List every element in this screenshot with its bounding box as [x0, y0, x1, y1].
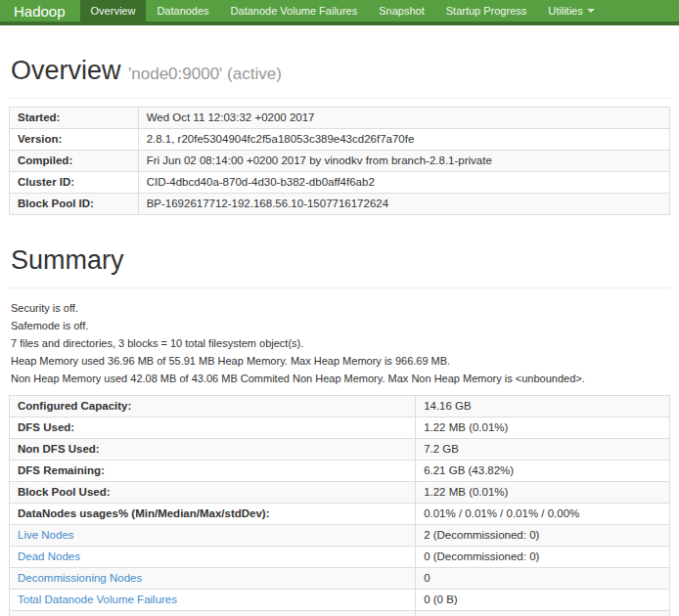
summary-value-decommissioning-nodes: 0	[416, 568, 670, 590]
info-label-version: Version:	[10, 129, 139, 151]
summary-value-block-pool-used: 1.22 MB (0.01%)	[416, 482, 670, 504]
summary-value-live-nodes: 2 (Decommissioned: 0)	[416, 525, 670, 547]
top-navbar: Hadoop Overview Datanodes Datanode Volum…	[0, 0, 679, 25]
live-nodes-link[interactable]: Live Nodes	[18, 529, 74, 541]
info-value-compiled: Fri Jun 02 08:14:00 +0200 2017 by vinodk…	[138, 151, 669, 172]
table-row: Live Nodes 2 (Decommissioned: 0)	[10, 525, 670, 547]
table-row: Decommissioning Nodes 0	[10, 568, 670, 590]
table-row: DFS Remaining: 6.21 GB (43.82%)	[10, 461, 670, 482]
summary-label-dfs-used: DFS Used:	[10, 418, 416, 439]
info-label-block-pool-id: Block Pool ID:	[10, 194, 139, 215]
caret-down-icon	[587, 9, 595, 13]
summary-label-configured-capacity: Configured Capacity:	[10, 396, 416, 418]
tab-startup-progress[interactable]: Startup Progress	[435, 0, 538, 22]
table-row: Number of Under-Replicated Blocks 0	[10, 611, 670, 616]
summary-status-lines: Security is off. Safemode is off. 7 file…	[11, 302, 670, 385]
non-heap-memory-status: Non Heap Memory used 42.08 MB of 43.06 M…	[11, 373, 670, 385]
summary-table: Configured Capacity: 14.16 GB DFS Used: …	[9, 395, 670, 616]
summary-value-dfs-used: 1.22 MB (0.01%)	[416, 418, 670, 439]
navbar-brand[interactable]: Hadoop	[0, 0, 80, 22]
info-label-compiled: Compiled:	[10, 151, 139, 172]
summary-value-datanode-usages: 0.01% / 0.01% / 0.01% / 0.00%	[416, 504, 670, 525]
summary-label-under-replicated-blocks: Number of Under-Replicated Blocks	[10, 611, 416, 616]
table-row: Dead Nodes 0 (Decommissioned: 0)	[10, 547, 670, 568]
info-label-started: Started:	[10, 108, 139, 129]
overview-title: Overview	[11, 56, 121, 85]
namenode-address: 'node0:9000' (active)	[128, 65, 282, 83]
page-content: Overview 'node0:9000' (active) Started: …	[0, 56, 679, 616]
summary-value-dead-nodes: 0 (Decommissioned: 0)	[416, 547, 670, 568]
table-row: Cluster ID: CID-4dbcd40a-870d-4d30-b382-…	[10, 172, 670, 194]
tab-utilities-label: Utilities	[548, 5, 582, 17]
table-row: Version: 2.8.1, r20fe5304904fc2f5a18053c…	[10, 129, 670, 151]
summary-label-non-dfs-used: Non DFS Used:	[10, 439, 416, 461]
table-row: Block Pool Used: 1.22 MB (0.01%)	[10, 482, 670, 504]
heap-memory-status: Heap Memory used 36.96 MB of 55.91 MB He…	[11, 355, 670, 368]
table-row: Non DFS Used: 7.2 GB	[10, 439, 670, 461]
safemode-status: Safemode is off.	[11, 320, 670, 332]
tab-datanode-volume-failures[interactable]: Datanode Volume Failures	[220, 0, 369, 22]
summary-label-block-pool-used: Block Pool Used:	[10, 482, 416, 504]
summary-heading: Summary	[11, 245, 670, 276]
table-row: Started: Wed Oct 11 12:03:32 +0200 2017	[10, 108, 670, 129]
dead-nodes-link[interactable]: Dead Nodes	[18, 550, 80, 562]
table-row: Configured Capacity: 14.16 GB	[10, 396, 670, 418]
tab-utilities-dropdown[interactable]: Utilities	[537, 0, 605, 22]
table-row: Compiled: Fri Jun 02 08:14:00 +0200 2017…	[10, 151, 670, 172]
namenode-info-table: Started: Wed Oct 11 12:03:32 +0200 2017 …	[9, 107, 670, 215]
summary-value-under-replicated-blocks: 0	[416, 611, 670, 616]
heading-divider	[9, 287, 670, 288]
summary-value-configured-capacity: 14.16 GB	[416, 396, 670, 418]
summary-value-dfs-remaining: 6.21 GB (43.82%)	[416, 461, 670, 482]
filesystem-objects-status: 7 files and directories, 3 blocks = 10 t…	[11, 337, 670, 350]
summary-value-volume-failures: 0 (0 B)	[416, 590, 670, 611]
summary-label-datanode-usages: DataNodes usages% (Min/Median/Max/stdDev…	[10, 504, 416, 525]
table-row: DataNodes usages% (Min/Median/Max/stdDev…	[10, 504, 670, 525]
decommissioning-nodes-link[interactable]: Decommissioning Nodes	[18, 572, 142, 584]
total-datanode-volume-failures-link[interactable]: Total Datanode Volume Failures	[18, 594, 177, 605]
summary-label-dfs-remaining: DFS Remaining:	[10, 461, 416, 482]
tab-snapshot[interactable]: Snapshot	[368, 0, 434, 22]
table-row: Block Pool ID: BP-1692617712-192.168.56.…	[10, 194, 670, 215]
table-row: Total Datanode Volume Failures 0 (0 B)	[10, 590, 670, 611]
summary-value-non-dfs-used: 7.2 GB	[416, 439, 670, 461]
tab-datanodes[interactable]: Datanodes	[146, 0, 219, 22]
overview-heading: Overview 'node0:9000' (active)	[11, 56, 670, 86]
security-status: Security is off.	[11, 302, 670, 315]
info-value-version: 2.8.1, r20fe5304904fc2f5a18053c389e43cd2…	[138, 129, 669, 151]
info-value-block-pool-id: BP-1692617712-192.168.56.10-150771617262…	[138, 194, 669, 215]
tab-overview[interactable]: Overview	[80, 0, 147, 22]
info-value-started: Wed Oct 11 12:03:32 +0200 2017	[138, 108, 669, 129]
info-label-cluster-id: Cluster ID:	[10, 172, 139, 194]
heading-divider	[9, 98, 670, 99]
table-row: DFS Used: 1.22 MB (0.01%)	[10, 418, 670, 439]
info-value-cluster-id: CID-4dbcd40a-870d-4d30-b382-db0aff4f6ab2	[138, 172, 669, 194]
